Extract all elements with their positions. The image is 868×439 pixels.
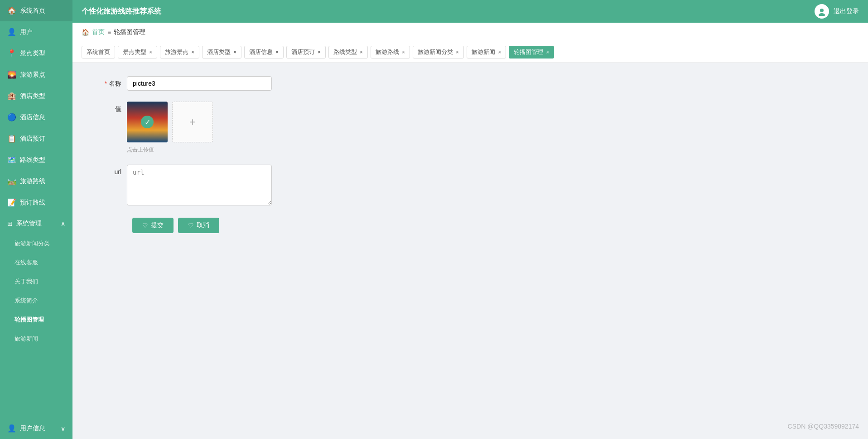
chevron-down-icon: ∨ [61,425,65,432]
sidebar-sub-about-us[interactable]: 关于我们 [0,272,72,291]
spots-icon: 🌄 [7,70,16,79]
image-check-icon: ✓ [141,116,154,128]
sidebar-item-hotel-info[interactable]: 🔵 酒店信息 [0,107,72,128]
sidebar-item-routes[interactable]: 🛤️ 旅游路线 [0,171,72,192]
sidebar-item-spot-type[interactable]: 📍 景点类型 [0,43,72,64]
svg-point-0 [820,9,824,12]
button-row: ♡ 提交 ♡ 取消 [91,218,850,233]
sidebar-item-spot-type-label: 景点类型 [20,49,45,58]
uploaded-image[interactable]: ✓ [127,102,168,142]
tab-hotel-booking-close[interactable]: × [318,49,321,55]
url-row: url [91,165,850,207]
cancel-button[interactable]: ♡ 取消 [178,218,219,233]
breadcrumb: 🏠 首页 ≡ 轮播图管理 [72,23,868,42]
heart-icon-cancel: ♡ [188,222,194,229]
value-label: 值 [91,102,127,113]
submit-button[interactable]: ♡ 提交 [132,218,174,233]
tab-travel-news-close[interactable]: × [498,49,501,55]
url-label: url [91,165,127,176]
sidebar: 🏠 系统首页 👤 用户 📍 景点类型 🌄 旅游景点 🏨 酒店类型 🔵 酒店信息 … [0,0,72,439]
tab-spots-close[interactable]: × [191,49,194,55]
tab-route-type[interactable]: 路线类型 × [328,46,368,59]
sidebar-sys-management-label: 系统管理 [16,220,42,228]
svg-point-1 [819,13,825,16]
tab-spots[interactable]: 旅游景点 × [160,46,199,59]
sidebar-item-user[interactable]: 👤 用户 [0,21,72,43]
chevron-up-icon: ∧ [61,220,65,227]
tab-routes[interactable]: 旅游路线 × [371,46,410,59]
sidebar-item-hotel-type[interactable]: 🏨 酒店类型 [0,85,72,107]
tab-spot-type-close[interactable]: × [149,49,152,55]
name-label: 名称 [91,76,127,88]
route-type-icon: 🗺️ [7,156,16,164]
tab-hotel-type[interactable]: 酒店类型 × [202,46,241,59]
sidebar-item-user-info[interactable]: 👤 用户信息 ∨ [0,418,72,439]
sidebar-sub-online-support[interactable]: 在线客服 [0,253,72,272]
sidebar-item-hotel-type-label: 酒店类型 [20,92,45,100]
sidebar-sub-travel-news[interactable]: 旅游新闻 [0,329,72,348]
sidebar-item-route-type[interactable]: 🗺️ 路线类型 [0,149,72,171]
tab-carousel[interactable]: 轮播图管理 × [509,46,554,59]
sidebar-sub-sys-intro[interactable]: 系统简介 [0,291,72,310]
breadcrumb-separator: ≡ [107,29,111,36]
name-input[interactable] [127,76,272,91]
sidebar-item-booking-routes[interactable]: 📝 预订路线 [0,192,72,213]
avatar [815,4,829,19]
tab-route-type-close[interactable]: × [360,49,363,55]
sidebar-item-spots[interactable]: 🌄 旅游景点 [0,64,72,85]
sidebar-item-home-label: 系统首页 [20,7,45,15]
sidebar-user-info-label: 用户信息 [20,424,45,433]
home-icon: 🏠 [7,6,16,15]
image-upload-area: ✓ + [127,102,850,142]
main-container: 个性化旅游线路推荐系统 退出登录 🏠 首页 ≡ 轮播图管理 系统首页 [72,0,868,439]
tab-system-home[interactable]: 系统首页 [82,46,115,59]
value-field-wrapper: ✓ + 点击上传值 [127,102,850,154]
value-row: 值 ✓ + 点击上传值 [91,102,850,154]
routes-icon: 🛤️ [7,177,16,185]
hotel-type-icon: 🏨 [7,92,16,100]
logout-button[interactable]: 退出登录 [834,7,859,15]
sidebar-item-routes-label: 旅游路线 [20,177,45,185]
tab-spot-type[interactable]: 景点类型 × [118,46,157,59]
sidebar-item-booking-routes-label: 预订路线 [20,199,45,207]
url-field-wrapper [127,165,850,207]
tab-travel-news[interactable]: 旅游新闻 × [467,46,506,59]
header: 个性化旅游线路推荐系统 退出登录 [72,0,868,23]
name-row: 名称 [91,76,850,91]
tab-routes-close[interactable]: × [402,49,405,55]
tab-carousel-close[interactable]: × [546,49,549,55]
user-icon: 👤 [7,28,16,36]
tab-hotel-type-close[interactable]: × [233,49,236,55]
tab-news-category-close[interactable]: × [456,49,459,55]
hotel-booking-icon: 📋 [7,134,16,143]
heart-icon-submit: ♡ [142,222,148,229]
tab-hotel-info-close[interactable]: × [275,49,279,55]
breadcrumb-current: 轮播图管理 [114,28,145,36]
sidebar-item-spots-label: 旅游景点 [20,71,45,79]
sidebar-item-route-type-label: 路线类型 [20,156,45,164]
sidebar-item-hotel-booking-label: 酒店预订 [20,135,45,143]
spot-type-icon: 📍 [7,49,16,58]
name-field-wrapper [127,76,272,91]
content-area: 🏠 首页 ≡ 轮播图管理 系统首页 景点类型 × 旅游景点 × 酒店类型 × [72,23,868,439]
booking-routes-icon: 📝 [7,198,16,207]
header-right[interactable]: 退出登录 [815,4,859,19]
url-input[interactable] [127,165,272,205]
tab-hotel-info[interactable]: 酒店信息 × [244,46,284,59]
breadcrumb-home[interactable]: 首页 [92,28,105,36]
tab-hotel-booking[interactable]: 酒店预订 × [286,46,326,59]
upload-hint: 点击上传值 [127,146,850,154]
sidebar-sub-carousel[interactable]: 轮播图管理 [0,310,72,329]
sidebar-item-hotel-booking[interactable]: 📋 酒店预订 [0,128,72,149]
form-container: 名称 值 ✓ + [72,63,868,247]
sidebar-sys-management[interactable]: ⊞ 系统管理 ∧ [0,213,72,234]
hotel-info-icon: 🔵 [7,113,16,122]
app-title: 个性化旅游线路推荐系统 [82,7,161,16]
tab-news-category[interactable]: 旅游新闻分类 × [413,46,464,59]
user-info-icon: 👤 [7,424,16,433]
add-image-button[interactable]: + [172,102,213,142]
sidebar-item-user-label: 用户 [20,28,33,36]
sidebar-sub-news-category[interactable]: 旅游新闻分类 [0,234,72,253]
sidebar-item-home[interactable]: 🏠 系统首页 [0,0,72,21]
breadcrumb-home-icon: 🏠 [82,29,89,36]
